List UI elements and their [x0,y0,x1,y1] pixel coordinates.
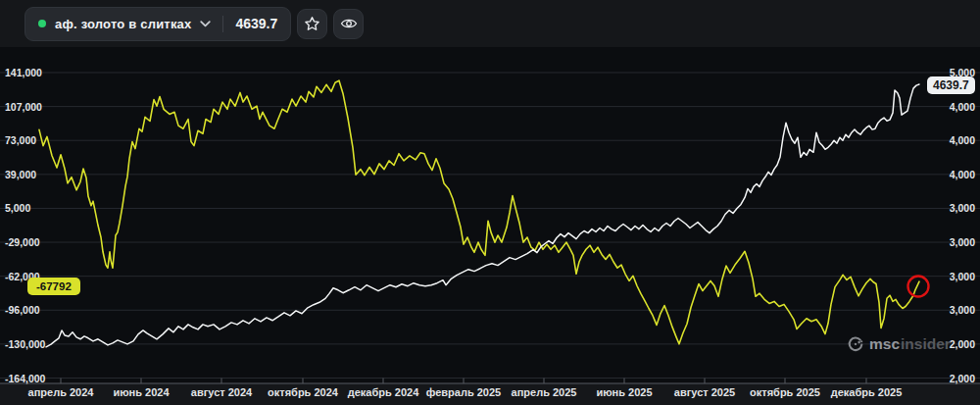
x-axis-strip [0,383,980,405]
divider [222,16,223,32]
price-chart-canvas[interactable] [0,0,980,405]
favorite-button[interactable] [297,9,327,39]
instrument-name: аф. золото в слитках [55,17,191,31]
star-icon [304,16,320,32]
instrument-status-dot [38,20,46,27]
trading-chart-window: аф. золото в слитках 4639.7 141,000107,0… [0,0,980,405]
chevron-down-icon [200,21,211,27]
toolbar: аф. золото в слитках 4639.7 [0,0,980,47]
instrument-last-value: 4639.7 [235,16,277,31]
eye-icon [340,17,358,30]
instrument-selector[interactable]: аф. золото в слитках 4639.7 [24,7,291,41]
visibility-button[interactable] [333,9,364,39]
